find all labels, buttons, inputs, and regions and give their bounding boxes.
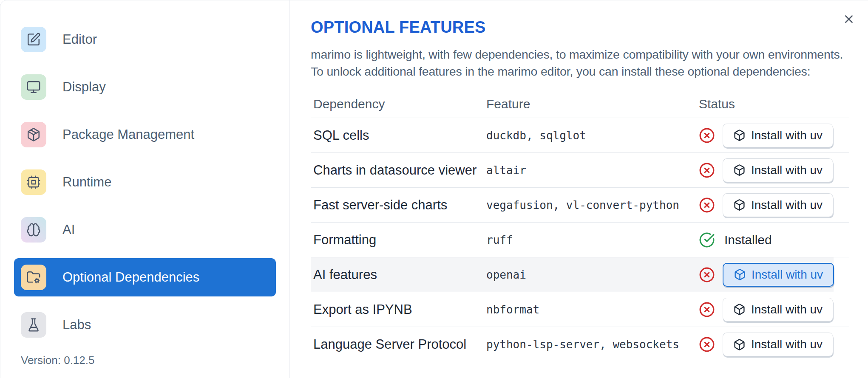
table-row: Language Server Protocol python-lsp-serv… <box>311 327 849 362</box>
sidebar-item-package-management[interactable]: Package Management <box>14 116 276 154</box>
feature-cell: python-lsp-server, websockets <box>486 338 699 351</box>
dependency-cell: Language Server Protocol <box>311 337 486 352</box>
table-header-row: Dependency Feature Status <box>311 90 849 118</box>
dependency-cell: Fast server-side charts <box>311 197 486 213</box>
sidebar-item-labs[interactable]: Labs <box>14 306 276 344</box>
dependencies-table: Dependency Feature Status SQL cells duck… <box>311 90 849 362</box>
box-icon <box>733 129 746 141</box>
install-button-label: Install with uv <box>751 164 823 177</box>
not-installed-icon <box>699 267 715 283</box>
sidebar-item-editor[interactable]: Editor <box>14 20 276 59</box>
table-row: Formatting ruff Installed <box>311 223 849 257</box>
status-cell: Install with uv <box>699 333 833 356</box>
feature-cell: openai <box>486 268 699 281</box>
install-with-uv-button[interactable]: Install with uv <box>723 158 833 182</box>
dependency-cell: Export as IPYNB <box>311 302 486 317</box>
install-with-uv-button[interactable]: Install with uv <box>723 333 833 356</box>
dependency-cell: Formatting <box>311 232 486 248</box>
table-row: SQL cells duckdb, sqlglot Install with u… <box>311 118 849 153</box>
brain-icon <box>21 217 46 243</box>
dependency-cell: AI features <box>311 267 486 282</box>
monitor-icon <box>21 74 46 100</box>
panel-description: marimo is lightweight, with few dependen… <box>311 46 868 80</box>
optional-features-panel: OPTIONAL FEATURES marimo is lightweight,… <box>289 0 868 378</box>
not-installed-icon <box>699 336 715 353</box>
version-label: Version: 0.12.5 <box>21 354 94 367</box>
install-button-label: Install with uv <box>751 303 823 316</box>
table-row: Fast server-side charts vegafusion, vl-c… <box>311 188 849 223</box>
feature-cell: nbformat <box>486 303 699 316</box>
table-row: Export as IPYNB nbformat Install with uv <box>311 292 849 327</box>
sidebar-item-runtime[interactable]: Runtime <box>14 163 276 201</box>
close-button[interactable] <box>840 10 858 28</box>
panel-title: OPTIONAL FEATURES <box>311 18 868 37</box>
dependency-cell: Charts in datasource viewer <box>311 163 486 178</box>
install-button-label: Install with uv <box>751 198 823 212</box>
folder-cog-icon <box>21 265 46 290</box>
table-row: AI features openai Install with uv <box>311 257 849 292</box>
not-installed-icon <box>699 302 715 318</box>
flask-icon <box>21 312 46 338</box>
header-feature: Feature <box>486 97 699 111</box>
table-body: SQL cells duckdb, sqlglot Install with u… <box>311 118 849 362</box>
sidebar-item-label: Labs <box>62 317 91 333</box>
header-status: Status <box>699 97 735 111</box>
sidebar-item-label: Optional Dependencies <box>62 270 199 285</box>
sidebar-item-display[interactable]: Display <box>14 68 276 106</box>
not-installed-icon <box>699 162 715 178</box>
box-icon <box>733 164 746 176</box>
install-button-label: Install with uv <box>752 268 823 282</box>
sidebar-item-optional-dependencies[interactable]: Optional Dependencies <box>14 258 276 296</box>
sidebar-item-label: Runtime <box>62 175 111 190</box>
feature-cell: duckdb, sqlglot <box>486 129 699 142</box>
header-dependency: Dependency <box>311 97 486 111</box>
status-cell: Install with uv <box>699 263 834 287</box>
feature-cell: altair <box>486 164 699 177</box>
close-icon <box>842 13 855 25</box>
not-installed-icon <box>699 197 715 213</box>
box-icon <box>733 199 746 211</box>
box-icon <box>733 339 746 351</box>
install-with-uv-button[interactable]: Install with uv <box>723 298 833 322</box>
sidebar-item-ai[interactable]: AI <box>14 211 276 249</box>
not-installed-icon <box>699 127 715 144</box>
install-with-uv-button[interactable]: Install with uv <box>723 124 833 147</box>
description-line: marimo is lightweight, with few dependen… <box>311 46 868 63</box>
feature-cell: ruff <box>486 234 699 246</box>
install-with-uv-button[interactable]: Install with uv <box>723 193 833 217</box>
status-cell: Installed <box>699 232 772 248</box>
install-button-label: Install with uv <box>751 338 823 351</box>
description-line: To unlock additional features in the mar… <box>311 63 868 80</box>
settings-dialog: Editor Display Package Management Runtim… <box>0 0 868 378</box>
package-icon <box>21 122 46 147</box>
sidebar-item-label: Package Management <box>62 127 194 142</box>
square-pen-icon <box>21 27 46 52</box>
sidebar-item-label: AI <box>62 222 75 237</box>
status-cell: Install with uv <box>699 158 833 182</box>
install-button-label: Install with uv <box>751 129 823 142</box>
box-icon <box>734 268 746 281</box>
status-cell: Install with uv <box>699 193 833 217</box>
status-cell: Install with uv <box>699 298 833 322</box>
feature-cell: vegafusion, vl-convert-python <box>486 199 699 212</box>
installed-check-icon <box>699 232 715 248</box>
status-cell: Install with uv <box>699 124 833 147</box>
sidebar-item-label: Editor <box>62 32 97 47</box>
dependency-cell: SQL cells <box>311 128 486 143</box>
settings-sidebar: Editor Display Package Management Runtim… <box>0 0 289 378</box>
box-icon <box>733 303 746 316</box>
table-row: Charts in datasource viewer altair Insta… <box>311 153 849 188</box>
sidebar-item-label: Display <box>62 79 106 95</box>
installed-label: Installed <box>724 233 772 247</box>
sidebar-item-list: Editor Display Package Management Runtim… <box>14 20 276 344</box>
cpu-icon <box>21 169 46 195</box>
install-with-uv-button[interactable]: Install with uv <box>723 263 834 287</box>
